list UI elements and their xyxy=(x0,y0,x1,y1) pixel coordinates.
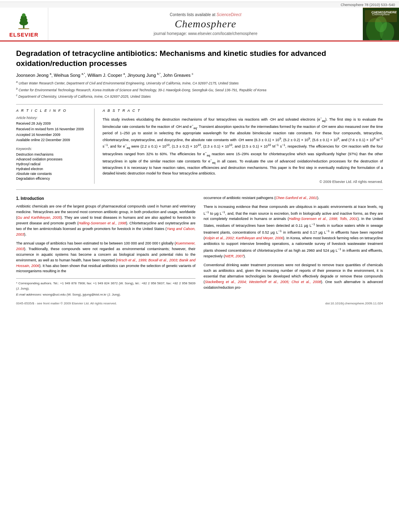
contents-available-line: Contents lists available at ScienceDirec… xyxy=(170,12,241,17)
received-date: Received 28 July 2009 xyxy=(16,121,88,126)
ref-yang-2003[interactable]: Yang and Calson, 2003 xyxy=(16,227,195,236)
journal-center-info: Contents lists available at ScienceDirec… xyxy=(48,8,363,40)
svg-rect-5 xyxy=(19,28,29,29)
svg-point-4 xyxy=(22,13,26,17)
intro-para-1: Antibiotic chemicals are one of the larg… xyxy=(16,204,195,238)
abstract-column: A B S T R A C T This study involves eluc… xyxy=(103,109,383,184)
journal-cover-image: Chemosphere CHEMOSPHERE xyxy=(363,8,399,40)
doi-notice: doi:10.1016/j.chemosphere.2009.11.024 xyxy=(325,302,383,305)
main-content: Degradation of tetracycline antibiotics:… xyxy=(0,41,399,312)
affil-2: b Center for Environmental Technology Re… xyxy=(16,87,383,93)
copyright-notice: © 2009 Elsevier Ltd. All rights reserved… xyxy=(103,180,383,184)
intro-title: 1. Introduction xyxy=(16,195,195,202)
keyword-1: Destruction mechanisms xyxy=(16,152,88,156)
keyword-2: Advanced oxidation processes xyxy=(16,157,88,161)
ref-gu-2005[interactable]: Gu and Karthikeyan, 2005 xyxy=(17,216,61,220)
ref-halling-sorensen-1998b[interactable]: Halling-Sorensen et al., 1998; Tolls, 20… xyxy=(289,217,358,221)
journal-top-bar: ELSEVIER Contents lists available at Sci… xyxy=(0,8,399,41)
ref-kuemmerer-2003[interactable]: Kuemmerer, 2003 xyxy=(16,241,195,251)
journal-header: Chemosphere 78 (2010) 533–540 ELSEVIER xyxy=(0,0,399,41)
keywords-label: Keywords: xyxy=(16,147,88,151)
elsevier-tree-icon xyxy=(14,10,34,30)
journal-homepage: journal homepage: www.elsevier.com/locat… xyxy=(154,31,257,36)
ref-kolpin-2002[interactable]: Kolpin et al., 2002; Karthikeyan and Mey… xyxy=(205,236,283,240)
intro-number: 1. xyxy=(16,196,19,201)
footnotes: * Corresponding authors. Tel.: +1 949 87… xyxy=(16,278,195,297)
keyword-6: Degradation efficiency xyxy=(16,177,88,181)
intro-para-5: Conventional drinking water treatment pr… xyxy=(204,263,383,291)
cover-text-label: CHEMOSPHERE xyxy=(370,9,398,16)
revised-date: Received in revised form 16 November 200… xyxy=(16,127,88,132)
footnote-email: E-mail addresses: wsong@uci.edu (W. Song… xyxy=(16,292,195,298)
ref-stackelberg-2004[interactable]: Stackelberg et al., 2004; Westerhoff et … xyxy=(205,280,321,284)
article-info-column: A R T I C L E I N F O Article history: R… xyxy=(16,109,95,184)
affiliations: a Urban Water Research Center, Departmen… xyxy=(16,80,383,99)
journal-title: Chemosphere xyxy=(175,18,236,30)
footnote-corresponding: * Corresponding authors. Tel.: +1 949 87… xyxy=(16,281,195,292)
citation-text: Chemosphere 78 (2010) 533–540 xyxy=(341,3,395,7)
article-info-heading: A R T I C L E I N F O xyxy=(16,109,88,113)
ref-hirsch-1999[interactable]: Hirsch et al., 1999; Boxall et al., 2003… xyxy=(16,258,195,268)
ref-nier-2007[interactable]: NIER, 2007 xyxy=(225,254,244,258)
keyword-4: Hydrated electron xyxy=(16,167,88,171)
intro-para-4: There is increasing evidence that these … xyxy=(204,204,383,259)
accepted-date: Accepted 16 November 2009 xyxy=(16,133,88,138)
elsevier-logo: ELSEVIER xyxy=(0,8,48,40)
affil-1: a Urban Water Research Center, Departmen… xyxy=(16,80,383,86)
issn-notice: 0045-6535/$ - see front matter © 2009 El… xyxy=(16,302,117,305)
bottom-bar: 0045-6535/$ - see front matter © 2009 El… xyxy=(16,302,383,305)
abstract-heading: A B S T R A C T xyxy=(103,109,383,113)
history-label: Article history: xyxy=(16,116,88,120)
citation-bar: Chemosphere 78 (2010) 533–540 xyxy=(0,2,399,8)
authors-line: Joonseon Jeong a, Weihua Song a,*, Willi… xyxy=(16,72,383,78)
ref-halling-1998[interactable]: Halling-Sorensen et al., 1998 xyxy=(78,221,126,225)
article-info-abstract-section: A R T I C L E I N F O Article history: R… xyxy=(16,104,383,184)
sciencedirect-link[interactable]: ScienceDirect xyxy=(216,12,241,17)
article-title: Degradation of tetracycline antibiotics:… xyxy=(16,49,383,68)
abstract-text: This study involves elucidating the dest… xyxy=(103,116,383,177)
body-content: 1. Introduction Antibiotic chemicals are… xyxy=(16,195,383,298)
contents-label: Contents lists available at xyxy=(170,12,215,17)
ref-chee-sanford-2001[interactable]: Chee-Sanford et al., 2001 xyxy=(276,196,317,200)
intro-heading: Introduction xyxy=(21,196,44,201)
keyword-5: Absolute rate constants xyxy=(16,172,88,176)
body-col-right: occurrence of antibiotic resistant patho… xyxy=(204,195,383,298)
available-date: Available online 22 December 2009 xyxy=(16,138,88,143)
keyword-3: Hydroxyl radical xyxy=(16,162,88,166)
section-separator xyxy=(16,189,383,190)
elsevier-brand-text: ELSEVIER xyxy=(9,32,38,38)
body-col-left: 1. Introduction Antibiotic chemicals are… xyxy=(16,195,195,298)
intro-para-3: occurrence of antibiotic resistant patho… xyxy=(204,195,383,201)
affil-3: c Department of Chemistry, University of… xyxy=(16,93,383,99)
intro-para-2: The annual usage of antibiotics has been… xyxy=(16,241,195,275)
